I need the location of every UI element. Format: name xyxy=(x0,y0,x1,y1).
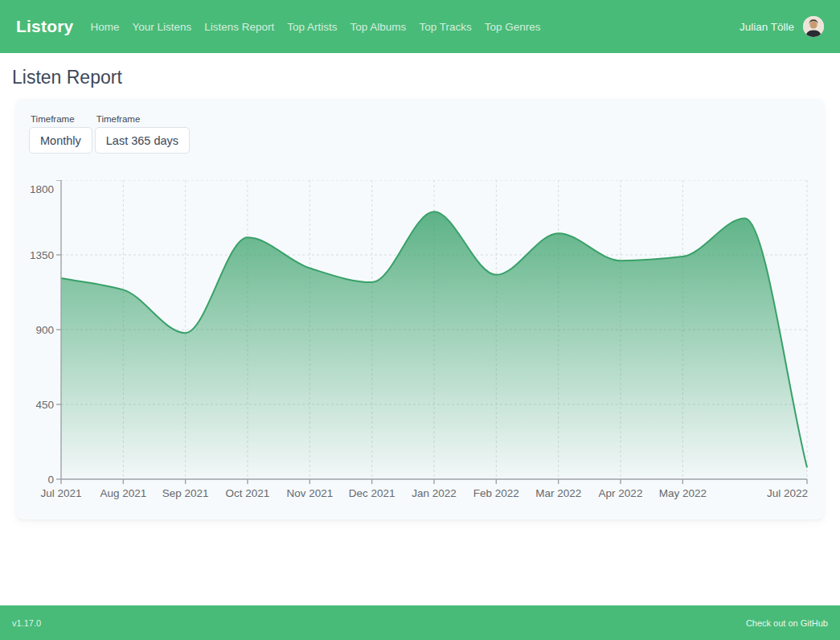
nav-item-top-genres[interactable]: Top Genres xyxy=(485,21,541,33)
y-axis-label: 450 xyxy=(35,399,54,411)
nav-item-your-listens[interactable]: Your Listens xyxy=(132,21,191,33)
x-axis-label: Dec 2021 xyxy=(349,487,395,499)
github-link[interactable]: Check out on GitHub xyxy=(746,618,828,628)
user-photo-icon xyxy=(803,16,824,37)
x-axis-label: Oct 2021 xyxy=(226,487,270,499)
interval-filter-label: Timeframe xyxy=(31,114,92,124)
interval-filter: Timeframe Monthly xyxy=(29,114,92,154)
user-menu[interactable]: Julian Tölle xyxy=(740,16,824,37)
x-axis-label: Jan 2022 xyxy=(412,487,457,499)
user-avatar[interactable] xyxy=(803,16,824,37)
range-select-button[interactable]: Last 365 days xyxy=(95,127,190,154)
y-axis-label: 900 xyxy=(35,324,54,336)
timeframe-filters: Timeframe Monthly Timeframe Last 365 day… xyxy=(29,114,811,154)
nav-item-home[interactable]: Home xyxy=(90,21,119,33)
range-filter: Timeframe Last 365 days xyxy=(95,114,190,154)
x-axis-label: Feb 2022 xyxy=(473,487,519,499)
nav-item-listens-report[interactable]: Listens Report xyxy=(204,21,274,33)
nav-item-top-tracks[interactable]: Top Tracks xyxy=(419,21,471,33)
page-title: Listen Report xyxy=(12,67,828,88)
listens-area-chart[interactable]: 045090013501800Jul 2021Aug 2021Sep 2021O… xyxy=(29,180,809,500)
x-axis-label: Jul 2022 xyxy=(767,487,808,499)
interval-select-button[interactable]: Monthly xyxy=(29,127,92,154)
report-card: Timeframe Monthly Timeframe Last 365 day… xyxy=(16,99,824,519)
range-filter-label: Timeframe xyxy=(96,114,190,124)
app-version: v1.17.0 xyxy=(12,618,41,628)
nav-item-top-artists[interactable]: Top Artists xyxy=(287,21,337,33)
x-axis-label: Mar 2022 xyxy=(535,487,581,499)
main-content: Listen Report Timeframe Monthly Timefram… xyxy=(0,53,840,605)
nav-links: HomeYour ListensListens ReportTop Artist… xyxy=(90,21,540,33)
app-logo[interactable]: Listory xyxy=(16,17,73,36)
x-axis-label: Jul 2021 xyxy=(40,487,81,499)
navbar: Listory HomeYour ListensListens ReportTo… xyxy=(0,0,840,53)
x-axis-label: Sep 2021 xyxy=(162,487,209,499)
listens-chart-container: 045090013501800Jul 2021Aug 2021Sep 2021O… xyxy=(29,180,811,500)
x-axis-label: May 2022 xyxy=(659,487,707,499)
y-axis-label: 1350 xyxy=(30,249,54,261)
x-axis-label: Aug 2021 xyxy=(100,487,146,499)
x-axis-label: Apr 2022 xyxy=(599,487,643,499)
y-axis-label: 1800 xyxy=(30,183,54,195)
nav-item-top-albums[interactable]: Top Albums xyxy=(350,21,407,33)
user-name: Julian Tölle xyxy=(740,21,794,33)
x-axis-label: Nov 2021 xyxy=(286,487,333,499)
y-axis-label: 0 xyxy=(47,474,54,486)
footer: v1.17.0 Check out on GitHub xyxy=(0,605,840,640)
